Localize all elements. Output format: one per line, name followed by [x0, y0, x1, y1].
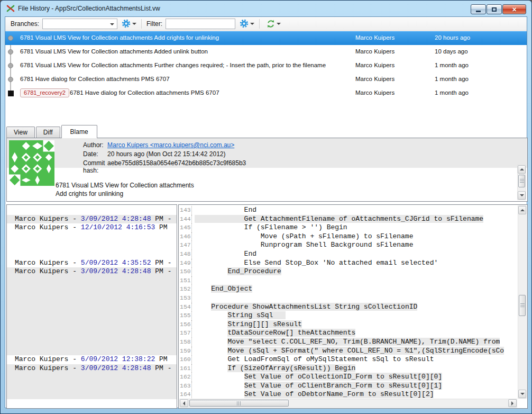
- blame-author: Marco Kuipers -: [15, 223, 81, 231]
- scrollbar-thumb[interactable]: [189, 400, 289, 407]
- blame-annotation-row[interactable]: [7, 232, 177, 241]
- blame-annotation-row[interactable]: [7, 382, 177, 391]
- branches-settings-button[interactable]: [120, 18, 139, 30]
- minimize-button[interactable]: [471, 4, 486, 14]
- line-number: 159: [179, 347, 192, 356]
- code-line: 149 Else Send Stop_Box 'No attached emai…: [179, 259, 527, 268]
- code-text: Get LoadFromSql of oMySqlStatement sSql …: [192, 355, 434, 364]
- blame-annotation-row[interactable]: [7, 311, 177, 320]
- code-content: String[][] sResult: [227, 320, 301, 328]
- blame-annotation-row[interactable]: [7, 276, 177, 285]
- blame-annotation-row[interactable]: Marco Kuipers - 6/09/2012 12:38:22 PM: [7, 355, 177, 364]
- branches-label: Branches:: [11, 20, 39, 28]
- code-vertical-scrollbar[interactable]: [518, 205, 527, 399]
- toolbar-separator: [141, 19, 142, 29]
- code-horizontal-scrollbar[interactable]: [179, 399, 517, 408]
- code-indent: [195, 338, 227, 346]
- details-scrollbar[interactable]: [517, 165, 526, 200]
- commit-row[interactable]: 6781 Visual LMS View for Collection atta…: [5, 31, 527, 45]
- arrow-down-icon: [520, 194, 524, 196]
- code-text: Set Value of oCollectionID_Form to sResu…: [192, 373, 442, 382]
- code-line: 148 End: [179, 250, 527, 259]
- code-line: 144 Get AttachmentFilename of oAttachmen…: [179, 215, 527, 224]
- file-history-window: File History - AppSrc/CollectionAttachme…: [0, 0, 532, 414]
- code-indent: [195, 285, 211, 293]
- scroll-down-button[interactable]: [518, 390, 526, 398]
- scrollbar-thumb[interactable]: [518, 175, 525, 187]
- blame-annotation-row[interactable]: [7, 347, 177, 356]
- blame-annotation-row[interactable]: [7, 338, 177, 347]
- chevron-down-icon: [277, 23, 281, 25]
- blame-annotation-row[interactable]: [7, 294, 177, 303]
- blame-author: Marco Kuipers -: [15, 355, 81, 363]
- commit-node-marker: [8, 35, 13, 41]
- commit-message: 6781 Have dialog for Collection attachme…: [70, 89, 219, 96]
- code-content: Move (sPath + sFilename) to sFilename: [195, 232, 413, 240]
- blame-annotation-row[interactable]: Marco Kuipers - 12/10/2012 4:16:53 PM: [7, 223, 177, 232]
- filter-input[interactable]: [166, 19, 235, 29]
- commit-hash-value: aebe755d85158a0654e6742b6b885c73c9f685b3: [107, 159, 246, 167]
- scroll-right-button[interactable]: [508, 399, 517, 407]
- blame-date-suffix: PM -: [151, 215, 171, 223]
- branch-end-marker: [8, 91, 14, 96]
- blame-date: 5/09/2012 4:35:52: [81, 259, 151, 267]
- scrollbar-thumb[interactable]: [519, 295, 526, 316]
- close-button[interactable]: ×: [502, 4, 526, 14]
- blame-annotation-row[interactable]: Marco Kuipers - 3/09/2012 4:28:48 PM -: [7, 364, 177, 373]
- tab-blame[interactable]: Blame: [61, 125, 97, 138]
- code-text: String sSql: [192, 311, 286, 320]
- blame-annotation-row[interactable]: [7, 285, 177, 294]
- code-text: [192, 294, 195, 303]
- arrow-down-icon: [520, 393, 525, 395]
- code-indent: [195, 347, 227, 355]
- restore-button[interactable]: [487, 4, 502, 14]
- blame-annotation-row[interactable]: [7, 320, 177, 329]
- code-text: Move "select C.COLL_REF_NO, Trim(B.BRANC…: [192, 338, 500, 347]
- line-number: 148: [179, 250, 192, 259]
- chevron-down-icon: [250, 23, 254, 25]
- blame-annotation-row[interactable]: [7, 329, 177, 338]
- tab-diff[interactable]: Diff: [36, 127, 60, 138]
- commit-date: 1 month ago: [435, 76, 469, 82]
- arrow-up-icon: [520, 209, 525, 211]
- blame-annotation-row[interactable]: [7, 373, 177, 382]
- blame-annotation-row[interactable]: Marco Kuipers - 3/09/2012 4:28:48 PM -: [7, 267, 177, 276]
- gear-icon: [122, 19, 131, 28]
- blame-annotation-row[interactable]: [7, 250, 177, 259]
- blame-annotation-row[interactable]: [7, 206, 177, 215]
- commit-date: 1 month ago: [435, 89, 469, 96]
- title-bar[interactable]: File History - AppSrc/CollectionAttachme…: [1, 1, 531, 16]
- commit-row[interactable]: 6781 Have dialog for Collection attachme…: [5, 73, 527, 86]
- code-content: Runprogram Shell Background sFilename: [195, 241, 413, 249]
- refresh-button[interactable]: [264, 18, 283, 30]
- commit-message-line: Add crights for unlinking: [56, 190, 123, 197]
- gear-icon: [240, 19, 249, 28]
- filter-settings-button[interactable]: [237, 18, 256, 30]
- blame-annotation-row[interactable]: Marco Kuipers - 3/09/2012 4:28:48 PM -: [7, 215, 177, 224]
- commit-row[interactable]: 6781 Visual LMS View for Collection atta…: [5, 59, 527, 73]
- tab-view[interactable]: View: [6, 127, 35, 138]
- code-content: End: [195, 250, 256, 258]
- code-text: If (sFilename > '') Begin: [192, 223, 347, 232]
- commit-row[interactable]: 6781 Visual LMS View for Collection atta…: [5, 45, 527, 59]
- blame-annotation-row[interactable]: [7, 241, 177, 250]
- scroll-left-button[interactable]: [180, 399, 188, 407]
- code-line: 156 String[][] sResult: [179, 320, 527, 329]
- scroll-up-button[interactable]: [518, 206, 526, 214]
- branches-combobox[interactable]: [42, 19, 117, 29]
- chevron-down-icon: [110, 23, 114, 25]
- scroll-down-button[interactable]: [518, 191, 526, 200]
- code-content: tDataSourceRow[] theAttachments: [227, 329, 355, 337]
- code-text: Runprogram Shell Background sFilename: [192, 241, 413, 250]
- commit-hash-label: Commit hash:: [83, 159, 105, 174]
- blame-annotation-row[interactable]: Marco Kuipers - 5/09/2012 4:35:52 PM -: [7, 259, 177, 268]
- code-text: Move (sPath + sFilename) to sFilename: [192, 232, 413, 241]
- commit-row[interactable]: 6781_recovery26781 Have dialog for Colle…: [5, 86, 527, 100]
- blame-annotation-row[interactable]: [7, 303, 177, 312]
- code-text: Move (sSql + SFormat(" where COLL_REF_NO…: [192, 347, 504, 356]
- date-value: 20 hours ago (Mon Oct 22 15:14:42 2012): [107, 150, 225, 158]
- commit-node-marker: [8, 77, 13, 82]
- author-link[interactable]: Marco Kuipers <marco.kuipers@nci.com.au>: [107, 141, 234, 149]
- scroll-up-button[interactable]: [518, 165, 526, 174]
- blame-annotation-row[interactable]: [7, 390, 177, 399]
